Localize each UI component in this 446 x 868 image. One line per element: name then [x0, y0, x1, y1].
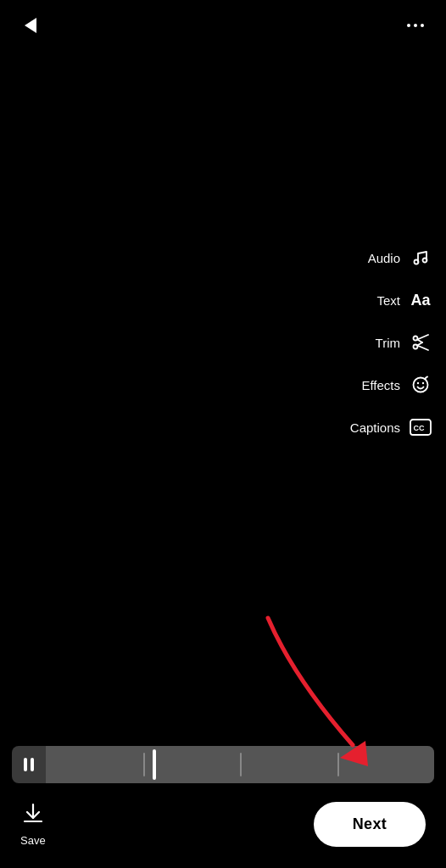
pause-icon — [24, 758, 34, 771]
dot-icon — [414, 24, 417, 27]
scrubber-inner[interactable] — [46, 746, 434, 783]
scrubber-track[interactable] — [12, 746, 434, 783]
text-icon: Aa — [409, 288, 432, 312]
audio-tool[interactable]: Audio — [350, 246, 432, 270]
svg-line-5 — [417, 346, 428, 351]
back-button[interactable] — [15, 10, 46, 41]
effects-tool[interactable]: Effects — [350, 373, 432, 397]
segment-line-2 — [240, 753, 242, 776]
svg-point-0 — [415, 260, 419, 264]
svg-point-9 — [417, 382, 419, 384]
right-toolbar: Audio Text Aa Trim Effects — [350, 246, 432, 439]
dot-icon — [421, 24, 424, 27]
scissors-icon — [409, 331, 432, 354]
bottom-bar: Save Next — [0, 788, 446, 868]
back-icon — [25, 18, 36, 33]
svg-point-11 — [426, 376, 428, 378]
audio-label: Audio — [368, 251, 400, 265]
more-button[interactable] — [400, 10, 431, 41]
captions-label: Captions — [350, 420, 400, 435]
svg-line-4 — [417, 335, 428, 340]
effects-label: Effects — [361, 378, 400, 392]
dot-icon — [407, 24, 410, 27]
header — [0, 0, 446, 51]
trim-tool[interactable]: Trim — [350, 331, 432, 354]
captions-tool[interactable]: Captions CC — [350, 415, 432, 439]
svg-line-7 — [417, 342, 422, 346]
svg-point-10 — [422, 382, 424, 384]
music-note-icon — [409, 246, 432, 270]
text-tool[interactable]: Text Aa — [350, 288, 432, 312]
scrubber-thumb[interactable] — [153, 749, 156, 780]
save-button[interactable]: Save — [20, 801, 46, 847]
save-label: Save — [20, 834, 46, 847]
svg-text:CC: CC — [414, 424, 425, 432]
segment-line-1 — [143, 753, 145, 776]
text-label: Text — [376, 293, 400, 308]
pause-button[interactable] — [12, 746, 46, 783]
svg-point-8 — [414, 378, 428, 392]
trim-label: Trim — [376, 336, 400, 350]
next-button[interactable]: Next — [314, 802, 426, 847]
effects-icon — [409, 373, 432, 397]
captions-icon: CC — [409, 415, 432, 439]
segment-line-3 — [337, 753, 339, 776]
pause-bar-right — [31, 758, 34, 771]
download-icon — [21, 801, 45, 831]
scrubber-area — [0, 746, 446, 783]
pause-bar-left — [24, 758, 27, 771]
svg-point-1 — [423, 259, 427, 263]
